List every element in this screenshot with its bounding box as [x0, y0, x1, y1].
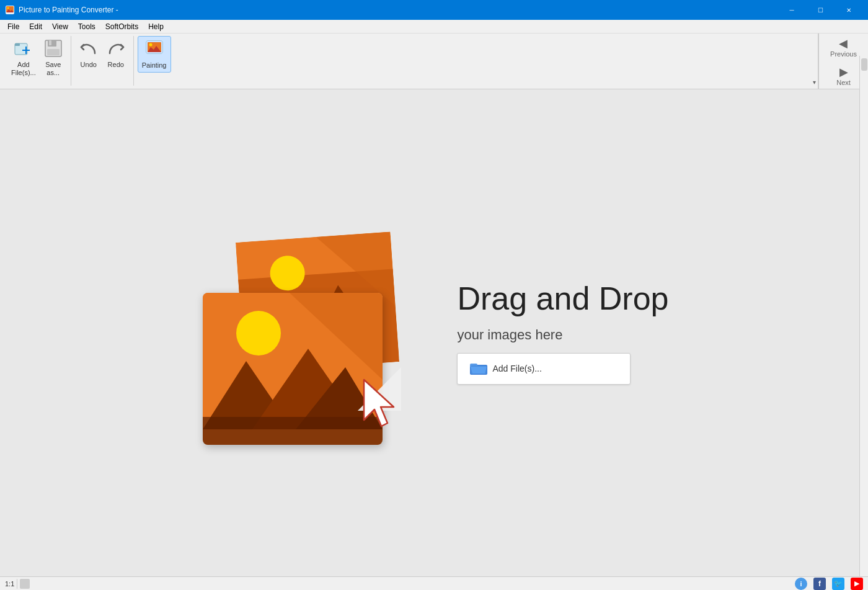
status-bar: 1:1 i f 🐦 ▶: [0, 576, 868, 590]
menu-bar: File Edit View Tools SoftOrbits Help: [0, 20, 868, 34]
app-title: Picture to Painting Converter -: [19, 6, 777, 14]
next-arrow-icon: ▶: [839, 65, 848, 79]
scroll-thumb: [861, 58, 867, 71]
menu-help[interactable]: Help: [143, 21, 169, 32]
drop-text-area: Drag and Drop your images here Add File(…: [457, 281, 668, 384]
window-controls: ─ ☐ ✕: [777, 0, 863, 20]
redo-toolbar-button[interactable]: Redo: [102, 36, 130, 71]
add-files-toolbar-button[interactable]: AddFile(s)...: [7, 36, 40, 79]
previous-button[interactable]: ◀ Previous: [826, 34, 861, 60]
save-as-label: Saveas...: [45, 61, 61, 77]
front-card: [203, 293, 383, 445]
youtube-icon[interactable]: ▶: [851, 578, 863, 590]
toolbar-file-group: AddFile(s)... Saveas...: [4, 36, 71, 86]
painting-label: Painting: [142, 61, 167, 69]
svg-rect-7: [25, 47, 27, 54]
menu-view[interactable]: View: [47, 21, 73, 32]
painting-icon: [144, 39, 164, 59]
menu-tools[interactable]: Tools: [73, 21, 100, 32]
svg-point-32: [236, 311, 281, 355]
svg-point-2: [7, 7, 9, 9]
status-divider: [17, 579, 17, 589]
status-right: i f 🐦 ▶: [795, 578, 863, 590]
svg-rect-10: [49, 40, 51, 45]
facebook-icon[interactable]: f: [813, 578, 826, 590]
title-bar: Picture to Painting Converter - ─ ☐ ✕: [0, 0, 868, 20]
painting-toolbar-button[interactable]: Painting: [138, 36, 171, 73]
toolbar-edit-group: Undo Redo: [71, 36, 134, 86]
svg-rect-11: [47, 49, 60, 55]
undo-label: Undo: [81, 61, 97, 69]
undo-toolbar-button[interactable]: Undo: [75, 36, 102, 71]
next-label: Next: [836, 79, 851, 86]
menu-file[interactable]: File: [2, 21, 24, 32]
add-files-icon: [14, 38, 33, 58]
drag-drop-subtitle: your images here: [457, 327, 668, 343]
folder-icon: [470, 361, 487, 377]
redo-label: Redo: [108, 61, 124, 69]
main-content: Drag and Drop your images here Add File(…: [0, 89, 859, 576]
info-icon[interactable]: i: [795, 578, 807, 590]
svg-point-15: [149, 43, 152, 47]
menu-softorbits[interactable]: SoftOrbits: [100, 21, 143, 32]
drop-zone-area[interactable]: Drag and Drop your images here Add File(…: [190, 218, 668, 448]
scroll-bar[interactable]: [859, 56, 868, 576]
previous-arrow-icon: ◀: [839, 37, 848, 50]
twitter-icon[interactable]: 🐦: [832, 578, 844, 590]
toolbar: AddFile(s)... Saveas...: [0, 34, 868, 89]
add-files-label: AddFile(s)...: [11, 61, 36, 77]
redo-icon: [106, 38, 126, 58]
undo-icon: [79, 38, 99, 58]
previous-label: Previous: [830, 50, 857, 58]
save-icon: [43, 38, 63, 58]
status-thumbnail: [20, 579, 30, 589]
svg-rect-33: [203, 417, 383, 445]
add-files-button[interactable]: Add File(s)...: [457, 353, 631, 385]
cursor-illustration: [358, 373, 407, 436]
svg-marker-35: [364, 380, 394, 426]
save-as-toolbar-button[interactable]: Saveas...: [40, 36, 67, 79]
maximize-button[interactable]: ☐: [806, 0, 835, 20]
app-icon: [5, 5, 15, 15]
image-illustration: [190, 218, 420, 448]
minimize-button[interactable]: ─: [777, 0, 806, 20]
svg-marker-39: [471, 367, 487, 373]
svg-rect-5: [15, 43, 20, 46]
zoom-level: 1:1: [5, 580, 14, 588]
next-button[interactable]: ▶ Next: [833, 63, 854, 89]
menu-edit[interactable]: Edit: [24, 21, 47, 32]
add-files-btn-label: Add File(s)...: [492, 364, 541, 373]
toolbar-mode-group: Painting: [134, 36, 175, 86]
close-button[interactable]: ✕: [835, 0, 863, 20]
drag-drop-title: Drag and Drop: [457, 281, 668, 316]
toolbar-expand-button[interactable]: ▾: [810, 78, 818, 86]
